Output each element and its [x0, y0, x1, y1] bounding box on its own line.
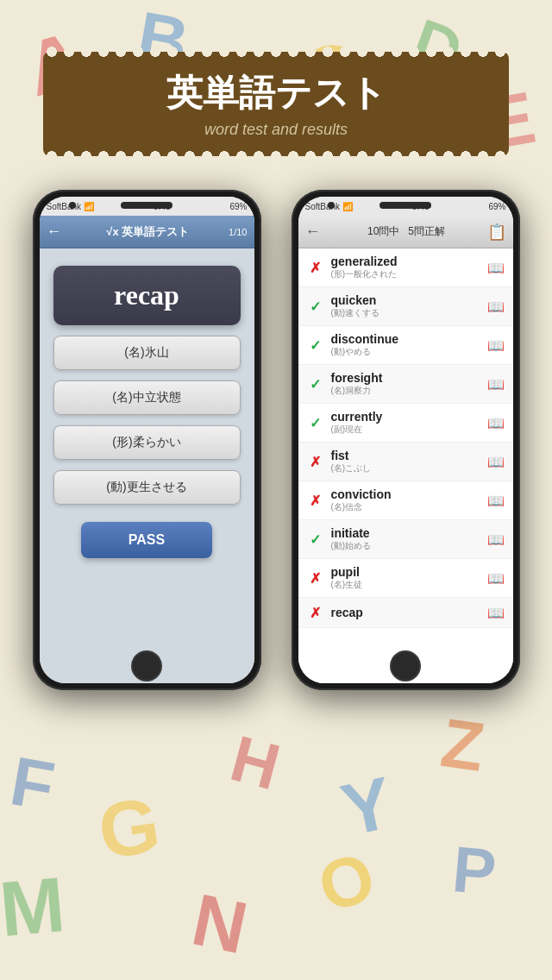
phones-container: SoftBank 📶 9:48 69% ← √x 英単語テスト 1/10 rec…	[0, 190, 552, 690]
back-button-results[interactable]: ←	[305, 223, 321, 241]
result-item[interactable]: ✓foresight(名)洞察力📖	[298, 365, 513, 404]
result-meaning: (動)やめる	[331, 346, 480, 358]
result-item[interactable]: ✗recap📖	[298, 598, 513, 628]
result-word: fist	[331, 449, 480, 462]
result-book-icon[interactable]: 📖	[487, 260, 505, 276]
result-text: fist(名)こぶし	[331, 449, 480, 474]
bg-letter: H	[223, 720, 288, 804]
back-button-quiz[interactable]: ←	[47, 223, 62, 241]
result-book-icon[interactable]: 📖	[487, 570, 505, 587]
result-meaning: (名)洞察力	[331, 385, 480, 397]
battery-quiz: 69%	[229, 202, 247, 211]
bg-letter: M	[0, 860, 68, 954]
correct-icon: ✓	[307, 336, 324, 354]
nav-title-quiz: √x 英単語テスト	[67, 224, 229, 240]
phone-home-button-2[interactable]	[390, 650, 421, 682]
result-book-icon[interactable]: 📖	[487, 376, 505, 393]
result-word: quicken	[331, 293, 480, 307]
bg-letter: G	[93, 780, 166, 876]
result-item[interactable]: ✗generalized(形)一般化された📖	[298, 248, 513, 287]
result-text: discontinue(動)やめる	[331, 332, 480, 358]
quiz-word: recap	[114, 280, 179, 311]
choice-4[interactable]: (動)更生させる	[53, 470, 241, 505]
result-item[interactable]: ✗pupil(名)生徒📖	[298, 559, 513, 598]
battery-results: 69%	[488, 202, 505, 211]
total-questions: 10問中	[367, 225, 399, 237]
result-text: generalized(形)一般化された	[331, 254, 480, 280]
phone-camera	[69, 202, 76, 209]
phone-speaker-2	[380, 202, 431, 209]
results-summary: 10問中 5問正解	[331, 224, 482, 239]
result-item[interactable]: ✓currently(副)現在📖	[298, 404, 513, 443]
bg-letter: O	[309, 837, 385, 929]
nav-bar-quiz: ← √x 英単語テスト 1/10	[40, 216, 254, 248]
phone-quiz: SoftBank 📶 9:48 69% ← √x 英単語テスト 1/10 rec…	[33, 190, 261, 690]
result-meaning: (名)信念	[331, 501, 480, 513]
wifi-icon-2: 📶	[342, 202, 353, 211]
choice-3[interactable]: (形)柔らかい	[53, 425, 241, 460]
result-text: foresight(名)洞察力	[331, 371, 480, 397]
phone-results: SoftBank 📶 9:48 69% ← 10問中 5問正解 📋 ✗gener…	[292, 190, 520, 690]
banner-subtitle: word test and results	[69, 121, 483, 139]
wifi-icon: 📶	[84, 202, 94, 211]
results-content: ✗generalized(形)一般化された📖✓quicken(動)速くする📖✓d…	[298, 248, 513, 683]
result-word: discontinue	[331, 332, 480, 346]
book-icon[interactable]: 📋	[487, 223, 506, 242]
correct-count: 5問正解	[408, 225, 445, 237]
bg-letter: F	[4, 742, 60, 827]
result-meaning: (副)現在	[331, 424, 480, 436]
bg-letter: Z	[436, 703, 489, 788]
result-meaning: (名)生徒	[331, 579, 480, 591]
banner: 英単語テスト word test and results	[43, 52, 509, 156]
banner-title: 英単語テスト	[69, 69, 483, 117]
choice-2[interactable]: (名)中立状態	[53, 380, 241, 415]
result-book-icon[interactable]: 📖	[487, 531, 505, 548]
result-text: quicken(動)速くする	[331, 293, 480, 319]
carrier-quiz: SoftBank	[47, 202, 82, 211]
result-book-icon[interactable]: 📖	[487, 298, 505, 315]
result-meaning: (名)こぶし	[331, 462, 480, 474]
pass-button[interactable]: PASS	[81, 522, 212, 558]
status-right-results: 69%	[488, 202, 505, 211]
result-text: conviction(名)信念	[331, 487, 480, 513]
correct-icon: ✓	[307, 298, 324, 315]
result-item[interactable]: ✓discontinue(動)やめる📖	[298, 326, 513, 365]
result-book-icon[interactable]: 📖	[487, 337, 505, 354]
result-item[interactable]: ✓initiate(動)始める📖	[298, 520, 513, 559]
result-word: generalized	[331, 254, 480, 268]
phone-screen-results: SoftBank 📶 9:48 69% ← 10問中 5問正解 📋 ✗gener…	[298, 197, 513, 683]
phone-home-button[interactable]	[131, 650, 162, 682]
bg-letter: N	[185, 877, 254, 971]
bg-letter: P	[449, 832, 499, 909]
correct-icon: ✓	[307, 414, 324, 431]
result-item[interactable]: ✗fist(名)こぶし📖	[298, 443, 513, 481]
wrong-icon: ✗	[307, 604, 324, 621]
result-book-icon[interactable]: 📖	[487, 605, 505, 621]
result-text: initiate(動)始める	[331, 526, 480, 552]
result-text: pupil(名)生徒	[331, 565, 480, 591]
quiz-content: recap (名)氷山 (名)中立状態 (形)柔らかい (動)更生させる PAS…	[40, 248, 254, 683]
results-list: ✗generalized(形)一般化された📖✓quicken(動)速くする📖✓d…	[298, 248, 513, 628]
phone-camera-2	[328, 202, 335, 209]
nav-progress: 1/10	[229, 227, 247, 237]
wrong-icon: ✗	[307, 259, 324, 276]
result-book-icon[interactable]: 📖	[487, 454, 505, 470]
result-text: currently(副)現在	[331, 410, 480, 436]
wrong-icon: ✗	[307, 569, 324, 587]
phone-speaker	[121, 202, 172, 209]
correct-icon: ✓	[307, 375, 324, 393]
correct-icon: ✓	[307, 531, 324, 548]
result-item[interactable]: ✗conviction(名)信念📖	[298, 481, 513, 520]
result-word: recap	[331, 606, 480, 619]
wrong-icon: ✗	[307, 492, 324, 509]
result-item[interactable]: ✓quicken(動)速くする📖	[298, 287, 513, 326]
result-meaning: (動)速くする	[331, 307, 480, 319]
result-book-icon[interactable]: 📖	[487, 415, 505, 431]
result-word: initiate	[331, 526, 480, 540]
status-right-quiz: 69%	[229, 202, 247, 211]
choice-1[interactable]: (名)氷山	[53, 336, 241, 370]
carrier-results: SoftBank	[305, 202, 341, 211]
result-book-icon[interactable]: 📖	[487, 493, 505, 509]
result-meaning: (動)始める	[331, 540, 480, 552]
phone-screen-quiz: SoftBank 📶 9:48 69% ← √x 英単語テスト 1/10 rec…	[40, 197, 254, 683]
